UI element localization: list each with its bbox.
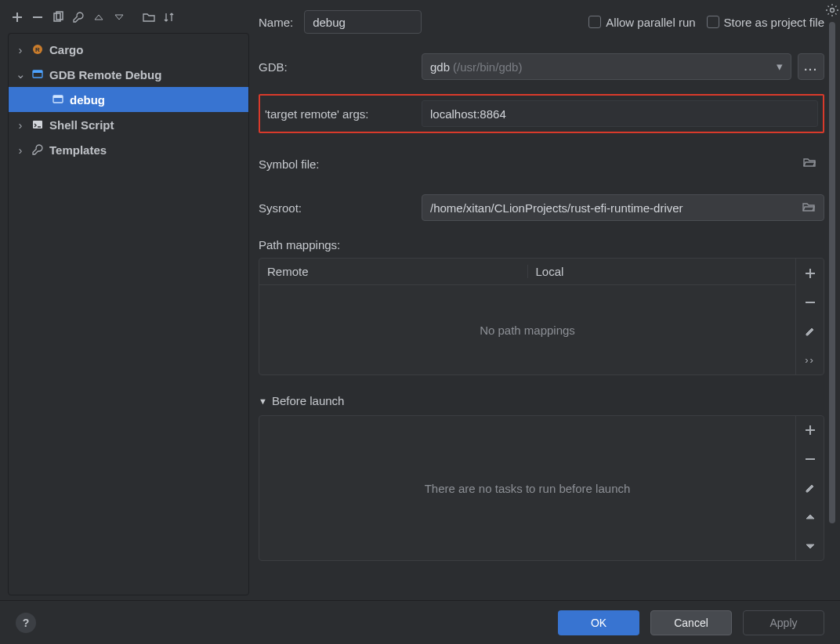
sysroot-label: Sysroot: — [259, 201, 412, 215]
tree-templates[interactable]: › Templates — [9, 137, 248, 162]
remove-icon[interactable] — [796, 288, 824, 317]
tree-label: Cargo — [49, 43, 83, 56]
chevron-right-icon: › — [15, 43, 26, 56]
gdb-more-button[interactable]: ... — [798, 53, 824, 80]
wrench-icon[interactable] — [71, 9, 86, 25]
svg-text:R: R — [35, 46, 40, 53]
path-mappings-panel: Remote Local No path mappings ›› — [259, 258, 824, 375]
before-launch-panel: There are no tasks to run before launch — [259, 415, 824, 561]
scrollbar-thumb[interactable] — [829, 22, 835, 523]
gdb-value: gdb — [430, 60, 450, 74]
svg-rect-7 — [53, 96, 63, 98]
sysroot-value: /home/xitan/CLionProjects/rust-efi-runti… — [430, 201, 683, 215]
expand-icon[interactable]: ›› — [796, 346, 824, 374]
symbol-file-label: Symbol file: — [259, 157, 412, 171]
before-launch-toggle[interactable]: ▼ Before launch — [259, 394, 824, 407]
cancel-button[interactable]: Cancel — [650, 610, 732, 635]
sidebar-toolbar — [8, 5, 249, 30]
svg-rect-5 — [33, 71, 42, 73]
symbol-file-input[interactable] — [422, 150, 824, 177]
sysroot-input[interactable]: /home/xitan/CLionProjects/rust-efi-runti… — [422, 194, 824, 221]
add-icon[interactable] — [796, 416, 824, 445]
tree-gdb-remote[interactable]: ⌄ GDB Remote Debug — [9, 62, 248, 87]
target-remote-input[interactable] — [422, 100, 818, 127]
chevron-down-icon: ▾ — [777, 60, 783, 74]
path-mappings-header: Remote Local — [259, 259, 795, 285]
svg-point-9 — [831, 9, 835, 13]
apply-button[interactable]: Apply — [743, 610, 824, 635]
remove-icon[interactable] — [30, 9, 45, 25]
path-mappings-side-toolbar: ›› — [795, 259, 824, 374]
gdb-label: GDB: — [259, 60, 412, 74]
copy-icon[interactable] — [50, 9, 66, 25]
edit-icon[interactable] — [796, 317, 824, 346]
folder-icon[interactable] — [141, 9, 157, 25]
folder-open-icon[interactable] — [802, 155, 816, 172]
path-mappings-label: Path mappings: — [259, 238, 824, 251]
chevron-right-icon: › — [15, 143, 26, 157]
tree-label: debug — [70, 93, 105, 107]
target-remote-label: 'target remote' args: — [262, 107, 415, 121]
gear-icon[interactable] — [825, 3, 839, 17]
chevron-down-icon: ⌄ — [15, 67, 26, 81]
wrench-icon — [31, 143, 45, 157]
triangle-down-icon: ▼ — [259, 396, 267, 406]
dialog-footer: ? OK Cancel Apply — [0, 600, 840, 644]
tree-label: GDB Remote Debug — [49, 68, 161, 81]
tree-label: Templates — [49, 143, 107, 157]
checkbox-label: Allow parallel run — [606, 16, 695, 29]
name-label: Name: — [259, 16, 293, 29]
ok-button[interactable]: OK — [558, 610, 639, 635]
before-launch-side-toolbar — [795, 416, 824, 560]
before-launch-empty: There are no tasks to run before launch — [259, 416, 795, 560]
checkbox-label: Store as project file — [724, 16, 824, 29]
add-icon[interactable] — [9, 9, 25, 25]
tree-debug[interactable]: debug — [9, 87, 248, 112]
folder-open-icon[interactable] — [802, 200, 816, 216]
edit-icon[interactable] — [796, 474, 824, 503]
tree-shell-script[interactable]: › Shell Script — [9, 112, 248, 137]
help-button[interactable]: ? — [16, 613, 36, 633]
allow-parallel-checkbox[interactable]: Allow parallel run — [588, 16, 695, 29]
chevron-right-icon: › — [15, 118, 26, 132]
gdb-select[interactable]: gdb (/usr/bin/gdb) ▾ — [422, 53, 791, 80]
move-down-icon[interactable] — [796, 531, 824, 560]
run-config-tree: › R Cargo ⌄ GDB Remote Debug debug › She… — [8, 33, 249, 595]
move-up-icon[interactable] — [91, 9, 107, 25]
store-as-project-checkbox[interactable]: Store as project file — [707, 16, 824, 29]
sidebar: › R Cargo ⌄ GDB Remote Debug debug › She… — [0, 0, 249, 600]
gdb-hint: (/usr/bin/gdb) — [453, 60, 522, 74]
runconfig-icon — [51, 92, 65, 107]
add-icon[interactable] — [796, 259, 824, 288]
path-mappings-empty: No path mappings — [259, 285, 795, 374]
sort-icon[interactable] — [161, 9, 177, 25]
shell-icon — [31, 118, 45, 132]
tree-label: Shell Script — [49, 118, 114, 132]
checkbox-box — [707, 16, 719, 28]
target-remote-row: 'target remote' args: — [259, 94, 824, 133]
right-gutter — [824, 0, 840, 600]
name-input[interactable] — [304, 10, 422, 34]
col-remote: Remote — [259, 265, 528, 278]
remove-icon[interactable] — [796, 445, 824, 474]
col-local: Local — [528, 265, 796, 278]
scrollbar[interactable] — [829, 22, 835, 597]
move-down-icon[interactable] — [111, 9, 127, 25]
main-panel: Name: Allow parallel run Store as projec… — [249, 0, 840, 600]
move-up-icon[interactable] — [796, 502, 824, 531]
before-launch-label: Before launch — [272, 394, 345, 407]
tree-cargo[interactable]: › R Cargo — [9, 37, 248, 62]
runconfig-icon — [31, 67, 45, 81]
checkbox-box — [588, 16, 601, 28]
cargo-icon: R — [31, 42, 45, 56]
